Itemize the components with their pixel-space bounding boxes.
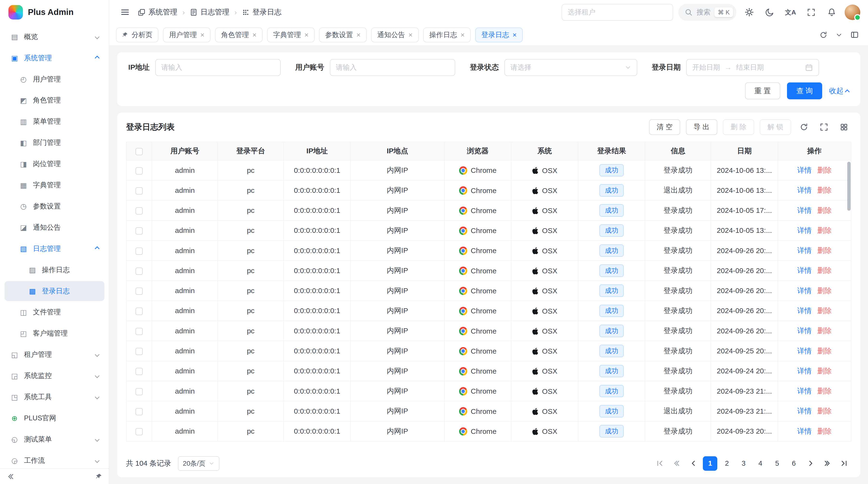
table-scrollbar[interactable] xyxy=(847,162,850,450)
detail-link[interactable]: 详情 xyxy=(797,266,812,274)
layout-panel-icon[interactable] xyxy=(848,28,862,42)
scrollbar-thumb[interactable] xyxy=(847,162,850,211)
delete-button[interactable]: 删 除 xyxy=(723,119,754,135)
sidebar-item[interactable]: ◫ 文件管理 xyxy=(5,302,104,322)
sidebar-item[interactable]: ◵ 测试菜单 xyxy=(5,429,104,449)
delete-link[interactable]: 删除 xyxy=(817,387,832,395)
delete-link[interactable]: 删除 xyxy=(817,186,832,194)
tab[interactable]: 登录日志 × xyxy=(475,28,523,42)
last-page-button[interactable] xyxy=(837,456,851,471)
detail-link[interactable]: 详情 xyxy=(797,367,812,375)
delete-link[interactable]: 删除 xyxy=(817,246,832,254)
tab[interactable]: 字典管理 × xyxy=(267,28,315,42)
tab-close-icon[interactable]: × xyxy=(304,31,309,39)
detail-link[interactable]: 详情 xyxy=(797,427,812,435)
breadcrumb-item-login-log[interactable]: 登录日志 xyxy=(242,7,281,17)
sidebar-item[interactable]: ▨ 操作日志 xyxy=(5,260,104,280)
sidebar-item[interactable]: ▧ 日志管理 xyxy=(5,238,104,259)
hamburger-menu-icon[interactable] xyxy=(117,5,133,20)
prev-5-pages-button[interactable] xyxy=(670,456,684,471)
next-5-pages-button[interactable] xyxy=(820,456,835,471)
delete-link[interactable]: 删除 xyxy=(817,226,832,234)
row-checkbox[interactable] xyxy=(135,388,143,395)
delete-link[interactable]: 删除 xyxy=(817,347,832,355)
row-checkbox[interactable] xyxy=(135,368,143,375)
page-number-button[interactable]: 2 xyxy=(720,456,734,471)
row-checkbox[interactable] xyxy=(135,267,143,275)
delete-link[interactable]: 删除 xyxy=(817,287,832,295)
detail-link[interactable]: 详情 xyxy=(797,287,812,295)
delete-link[interactable]: 删除 xyxy=(817,306,832,315)
detail-link[interactable]: 详情 xyxy=(797,347,812,355)
page-number-button[interactable]: 5 xyxy=(770,456,784,471)
detail-link[interactable]: 详情 xyxy=(797,186,812,194)
sidebar-item[interactable]: ◪ 通知公告 xyxy=(5,218,104,237)
detail-link[interactable]: 详情 xyxy=(797,226,812,234)
page-number-button[interactable]: 4 xyxy=(753,456,768,471)
sidebar-item[interactable]: ◧ 部门管理 xyxy=(5,133,104,153)
unlock-button[interactable]: 解 锁 xyxy=(760,119,791,135)
user-account-input[interactable] xyxy=(330,59,456,76)
tab-close-icon[interactable]: × xyxy=(513,31,517,39)
sidebar-item[interactable]: ◰ 客户端管理 xyxy=(5,323,104,344)
ip-address-input[interactable] xyxy=(155,59,281,76)
detail-link[interactable]: 详情 xyxy=(797,327,812,334)
sidebar-item[interactable]: ⊕ PLUS官网 xyxy=(5,408,104,428)
sidebar-item[interactable]: ◨ 岗位管理 xyxy=(5,154,104,174)
sidebar-item[interactable]: ◱ 租户管理 xyxy=(5,345,104,365)
tab-close-icon[interactable]: × xyxy=(356,31,361,39)
tabs-dropdown-chevron-icon[interactable] xyxy=(832,28,846,42)
sidebar-item[interactable]: ▤ 概览 xyxy=(5,27,104,47)
row-checkbox[interactable] xyxy=(135,207,143,215)
dark-mode-moon-icon[interactable] xyxy=(762,5,778,20)
select-all-checkbox[interactable] xyxy=(135,148,143,155)
sidebar-item[interactable]: ◶ 工作流 xyxy=(5,451,104,471)
row-checkbox[interactable] xyxy=(135,348,143,355)
table-fullscreen-icon[interactable] xyxy=(817,120,831,134)
row-checkbox[interactable] xyxy=(135,308,143,315)
detail-link[interactable]: 详情 xyxy=(797,387,812,395)
detail-link[interactable]: 详情 xyxy=(797,246,812,254)
search-button[interactable]: 查 询 xyxy=(787,83,823,99)
page-number-button[interactable]: 3 xyxy=(736,456,751,471)
collapse-filters-link[interactable]: 收起 xyxy=(829,86,849,96)
row-checkbox[interactable] xyxy=(135,328,143,335)
login-status-select[interactable]: 请选择 xyxy=(504,59,637,76)
page-number-button[interactable]: 1 xyxy=(703,456,717,471)
notification-bell-icon[interactable] xyxy=(824,5,840,20)
row-checkbox[interactable] xyxy=(135,288,143,295)
table-refresh-icon[interactable] xyxy=(797,120,811,134)
export-button[interactable]: 导 出 xyxy=(686,119,717,135)
sidebar-item[interactable]: ◩ 角色管理 xyxy=(5,90,104,110)
app-logo[interactable]: Plus Admin xyxy=(0,0,109,25)
next-page-button[interactable] xyxy=(803,456,818,471)
global-search-button[interactable]: 搜索 ⌘ K xyxy=(678,4,736,21)
tab[interactable]: 参数设置 × xyxy=(319,28,367,42)
tab[interactable]: 分析页 xyxy=(116,28,158,42)
fullscreen-icon[interactable] xyxy=(803,5,819,20)
delete-link[interactable]: 删除 xyxy=(817,327,832,334)
sidebar-item[interactable]: ▩ 登录日志 xyxy=(5,281,104,301)
reset-button[interactable]: 重 置 xyxy=(745,83,780,99)
tab-close-icon[interactable]: × xyxy=(461,31,465,39)
prev-page-button[interactable] xyxy=(686,456,701,471)
tab[interactable]: 角色管理 × xyxy=(215,28,262,42)
tabs-refresh-icon[interactable] xyxy=(817,28,830,42)
delete-link[interactable]: 删除 xyxy=(817,206,832,214)
row-checkbox[interactable] xyxy=(135,187,143,195)
tab-close-icon[interactable]: × xyxy=(408,31,413,39)
delete-link[interactable]: 删除 xyxy=(817,367,832,375)
settings-gear-icon[interactable] xyxy=(741,5,757,20)
detail-link[interactable]: 详情 xyxy=(797,407,812,415)
page-size-select[interactable]: 20条/页 xyxy=(178,456,219,471)
sidebar-collapse-icon[interactable] xyxy=(7,473,14,480)
table-columns-icon[interactable] xyxy=(837,120,851,134)
tab-close-icon[interactable]: × xyxy=(252,31,256,39)
sidebar-item[interactable]: ▦ 字典管理 xyxy=(5,175,104,195)
sidebar-item[interactable]: ◲ 系统监控 xyxy=(5,366,104,386)
detail-link[interactable]: 详情 xyxy=(797,306,812,315)
sidebar-item[interactable]: ▣ 系统管理 xyxy=(5,48,104,68)
tab[interactable]: 通知公告 × xyxy=(371,28,418,42)
tab[interactable]: 操作日志 × xyxy=(423,28,471,42)
sidebar-pin-icon[interactable] xyxy=(95,473,102,480)
